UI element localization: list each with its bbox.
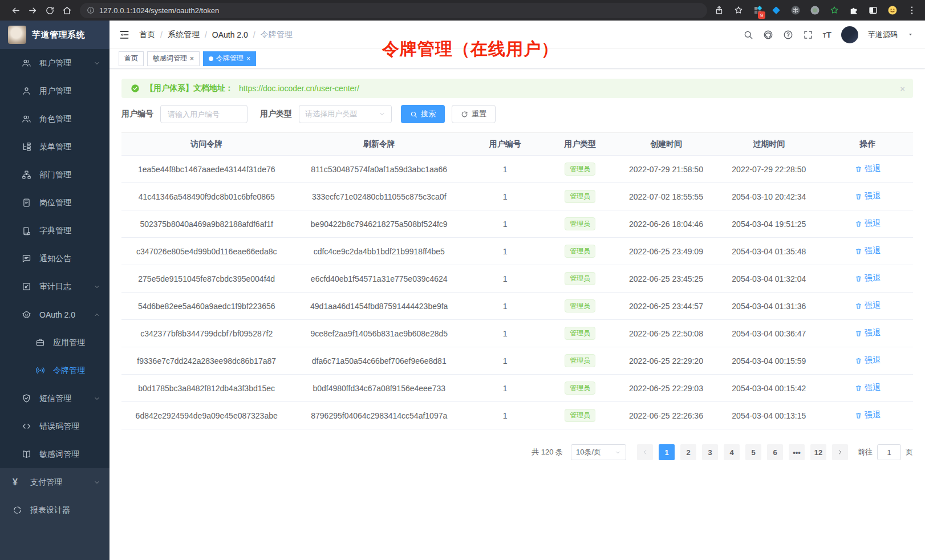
force-logout-button[interactable]: 强退: [855, 301, 881, 311]
page-button-4[interactable]: 4: [724, 444, 740, 460]
sidebar-item-notice-announcement[interactable]: 通知公告: [0, 245, 109, 273]
user-id-cell: 1: [466, 183, 543, 210]
goto-page-input[interactable]: [877, 444, 901, 460]
page-button-5[interactable]: 5: [745, 444, 761, 460]
sidebar-item-report-designer[interactable]: 报表设计器: [0, 496, 109, 524]
extensions-puzzle-icon[interactable]: [847, 4, 860, 17]
split-view-icon[interactable]: [867, 4, 879, 17]
force-logout-button[interactable]: 强退: [855, 328, 881, 338]
browser-reload-icon[interactable]: [41, 2, 58, 18]
fullscreen-icon[interactable]: [803, 30, 813, 40]
page-button-12[interactable]: 12: [810, 444, 826, 460]
browser-back-icon[interactable]: [7, 2, 24, 18]
tab-home[interactable]: 首页: [119, 51, 144, 66]
sidebar-item-sms-management[interactable]: 短信管理: [0, 384, 109, 412]
sidebar-item-post-management[interactable]: 岗位管理: [0, 189, 109, 217]
sidebar-item-token-management[interactable]: 令牌管理: [0, 356, 109, 384]
created-at-cell: 2022-06-25 22:50:08: [616, 320, 716, 347]
browser-extensions: 9: [713, 4, 918, 17]
font-size-icon[interactable]: TT: [823, 30, 831, 39]
trash-icon: [855, 412, 862, 419]
created-at-cell: 2022-06-25 23:44:57: [616, 293, 716, 320]
browser-menu-icon[interactable]: [906, 4, 918, 17]
column-header: 创建时间: [616, 133, 716, 156]
alert-close-icon[interactable]: ×: [900, 84, 905, 94]
user-type-badge: 管理员: [565, 327, 595, 340]
sidebar-item-oauth2[interactable]: OAuth 2.0: [0, 301, 109, 328]
page-button-2[interactable]: 2: [680, 444, 696, 460]
browser-home-icon[interactable]: [58, 2, 75, 18]
user-type-cell: 管理员: [543, 210, 616, 238]
expires-at-cell: 2054-03-04 01:32:04: [716, 265, 822, 293]
sidebar-item-error-code-management[interactable]: 错误码管理: [0, 412, 109, 440]
share-icon[interactable]: [713, 4, 725, 17]
sidebar-item-sensitive-word-management[interactable]: 敏感词管理: [0, 440, 109, 468]
browser-forward-icon[interactable]: [24, 2, 41, 18]
sidebar-item-user-management[interactable]: 用户管理: [0, 77, 109, 105]
extension-star-icon[interactable]: [828, 4, 841, 17]
sidebar-item-payment-management[interactable]: ¥支付管理: [0, 468, 109, 496]
actions-cell: 强退: [822, 265, 913, 293]
breadcrumb-item[interactable]: OAuth 2.0: [212, 30, 248, 39]
sidebar-item-audit-log[interactable]: 审计日志: [0, 273, 109, 301]
alert-doc-link[interactable]: https://doc.iocoder.cn/user-center/: [239, 84, 359, 93]
breadcrumb-item[interactable]: 系统管理: [168, 30, 200, 40]
force-logout-button[interactable]: 强退: [855, 246, 881, 256]
table-row: 41c41346a548490f9dc8b01c6bfe0865333ecfc7…: [121, 183, 913, 210]
force-logout-button[interactable]: 强退: [855, 273, 881, 283]
extension-dot-icon[interactable]: [809, 4, 821, 17]
search-icon[interactable]: [743, 30, 753, 40]
profile-avatar-icon[interactable]: [886, 4, 899, 17]
tab-close-icon[interactable]: ×: [190, 55, 194, 62]
tab-close-icon[interactable]: ×: [246, 55, 250, 62]
doc-alert: 【用户体系】文档地址： https://doc.iocoder.cn/user-…: [121, 79, 913, 98]
user-id-label: 用户编号: [121, 109, 153, 119]
force-logout-button[interactable]: 强退: [855, 191, 881, 201]
extension-asterisk-icon[interactable]: [789, 4, 802, 17]
force-logout-button[interactable]: 强退: [855, 164, 881, 174]
page-button-6[interactable]: 6: [767, 444, 783, 460]
user-caret-down-icon[interactable]: [907, 31, 914, 38]
user-avatar[interactable]: [841, 26, 858, 43]
page-button-1[interactable]: 1: [659, 444, 675, 460]
breadcrumb-separator: /: [205, 30, 207, 39]
sidebar-item-role-management[interactable]: 角色管理: [0, 105, 109, 133]
briefcase-icon: [35, 338, 45, 347]
page-size-select[interactable]: 10条/页: [571, 444, 626, 460]
force-logout-label: 强退: [865, 246, 881, 256]
next-page-button[interactable]: [832, 444, 848, 460]
brand[interactable]: 芋道管理系统: [0, 21, 109, 49]
pager-ellipsis[interactable]: •••: [789, 444, 805, 460]
force-logout-button[interactable]: 强退: [855, 355, 881, 366]
sidebar-item-label: 通知公告: [39, 254, 71, 264]
site-info-icon[interactable]: [87, 6, 95, 14]
sidebar-item-dept-management[interactable]: 部门管理: [0, 161, 109, 189]
page-button-3[interactable]: 3: [702, 444, 718, 460]
search-button[interactable]: 搜索: [401, 105, 445, 123]
sidebar-item-menu-management[interactable]: 菜单管理: [0, 133, 109, 161]
address-bar[interactable]: 127.0.0.1:1024/system/oauth2/token: [80, 3, 707, 18]
force-logout-button[interactable]: 强退: [855, 383, 881, 393]
tab-sensitive-word[interactable]: 敏感词管理×: [147, 51, 200, 66]
prev-page-button[interactable]: [637, 444, 653, 460]
users-icon: [22, 58, 31, 68]
force-logout-button[interactable]: 强退: [855, 218, 881, 229]
bookmark-star-icon[interactable]: [732, 4, 745, 17]
sidebar-item-tenant-management[interactable]: 租户管理: [0, 49, 109, 77]
expires-at-cell: 2054-03-04 01:31:36: [716, 293, 822, 320]
user-type-cell: 管理员: [543, 347, 616, 375]
user-name[interactable]: 芋道源码: [868, 30, 898, 40]
force-logout-label: 强退: [865, 273, 881, 283]
breadcrumb-item[interactable]: 首页: [139, 30, 155, 40]
github-icon[interactable]: [763, 30, 773, 40]
extension-diamond-icon[interactable]: [770, 4, 782, 17]
help-icon[interactable]: [783, 30, 793, 40]
sidebar-item-app-management[interactable]: 应用管理: [0, 328, 109, 356]
reset-button[interactable]: 重置: [452, 105, 496, 123]
force-logout-button[interactable]: 强退: [855, 410, 881, 420]
user-id-input[interactable]: [160, 105, 248, 123]
sidebar-item-dict-management[interactable]: 字典管理: [0, 217, 109, 245]
tab-token[interactable]: 令牌管理×: [203, 51, 256, 66]
sidebar-fold-icon[interactable]: [119, 29, 130, 40]
user-type-select[interactable]: 请选择用户类型: [299, 105, 392, 123]
